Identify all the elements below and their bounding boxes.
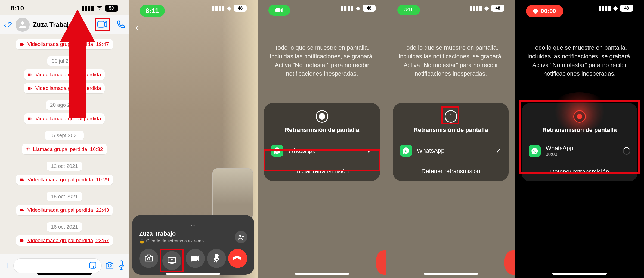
signal-icon: ▮▮▮▮ (598, 5, 611, 12)
battery-badge: 48 (363, 5, 376, 12)
app-row-whatsapp[interactable]: WhatsApp ✓ (393, 140, 509, 162)
avatar[interactable] (16, 18, 30, 32)
broadcast-sheet: Retransmisión de pantalla WhatsApp ✓ Ini… (264, 103, 380, 181)
chat-body[interactable]: ■‹Videollamada grupal perdida, 19:47 30 … (0, 35, 129, 254)
phone-3-broadcast-start: ▮▮▮▮◆ 48 Todo lo que se muestre en panta… (258, 0, 386, 278)
status-indicators: ▮▮▮▮◆ 48 (469, 5, 504, 12)
flip-camera-button[interactable] (139, 249, 158, 268)
signal-icon: ▮▮▮▮ (81, 5, 94, 12)
wifi-icon: ◆ (356, 5, 360, 12)
stop-broadcast-button[interactable]: Detener retransmisión (522, 162, 637, 181)
missed-video-call-bubble[interactable]: ■‹Videollamada grupal perdida (24, 70, 105, 80)
chat-header: ‹ 2 Zuza Trabajo (0, 15, 129, 34)
app-name: WhatsApp (546, 145, 623, 152)
home-indicator[interactable] (37, 273, 92, 275)
broadcast-warning: Todo lo que se muestre en pantalla, incl… (268, 43, 376, 78)
attach-button[interactable]: + (4, 260, 10, 272)
date-separator: 30 jul 2021 (47, 56, 81, 66)
wifi-icon: ◆ (227, 5, 231, 12)
chevron-up-icon[interactable]: ︿ (190, 220, 196, 229)
whatsapp-icon (529, 145, 541, 157)
camera-button[interactable] (105, 261, 114, 270)
missed-video-call-bubble[interactable]: ■‹Videollamada grupal perdida (24, 113, 105, 124)
missed-video-call-bubble[interactable]: ■‹Videollamada grupal perdida (24, 83, 105, 93)
video-icon: ■‹ (20, 41, 25, 47)
screen-share-button[interactable] (162, 251, 181, 270)
missed-video-call-bubble[interactable]: ■‹Videollamada grupal perdida, 19:47 (16, 39, 113, 49)
home-indicator[interactable] (552, 273, 607, 275)
sticker-icon[interactable] (89, 261, 97, 270)
home-indicator[interactable] (166, 273, 220, 275)
add-participant-button[interactable] (235, 231, 247, 243)
end-call-button[interactable] (228, 249, 247, 268)
video-call-button[interactable] (97, 24, 108, 29)
countdown-icon: 1 (445, 110, 457, 123)
status-indicators: ▮▮▮▮ 50 (81, 5, 118, 12)
clock: 8:10 (11, 4, 24, 12)
home-indicator[interactable] (295, 273, 349, 275)
battery-badge: 48 (620, 5, 633, 12)
end-call-partial[interactable] (376, 250, 386, 275)
status-bar: 8:10 ▮▮▮▮ 50 (0, 0, 129, 16)
call-info: Zuza Trabajo 🔒Cifrado de extremo a extre… (139, 230, 247, 244)
svg-point-2 (108, 264, 111, 267)
broadcast-sheet: Retransmisión de pantalla WhatsApp 00:00… (522, 103, 637, 181)
date-separator: 15 oct 2021 (47, 192, 82, 201)
check-icon: ✓ (496, 147, 501, 155)
missed-video-call-bubble[interactable]: ■‹Videollamada grupal perdida, 22:43 (16, 205, 113, 215)
date-separator: 20 ago 2021 (46, 100, 83, 110)
phone-icon: ✆ (26, 146, 30, 152)
call-controls-bar: ︿ Zuza Trabajo 🔒Cifrado de extremo a ext… (132, 215, 255, 275)
end-call-partial[interactable] (504, 250, 515, 275)
back-button[interactable]: ‹ (135, 21, 139, 33)
phone-4-broadcast-countdown: ▮▮▮▮◆ 48 8:11 Todo lo que se muestre en … (386, 0, 515, 278)
stop-broadcast-button[interactable]: Detener retransmisión (393, 162, 509, 181)
svg-point-5 (239, 235, 242, 237)
sheet-title: Retransmisión de pantalla (285, 127, 359, 134)
battery-badge: 50 (105, 5, 118, 12)
signal-icon: ▮▮▮▮ (340, 5, 354, 12)
battery-badge: 48 (491, 5, 504, 12)
contact-name[interactable]: Zuza Trabajo (33, 21, 95, 29)
app-row-whatsapp[interactable]: WhatsApp ✓ (264, 140, 380, 162)
encryption-label: 🔒Cifrado de extremo a extremo (139, 238, 235, 244)
video-icon: ■‹ (20, 238, 25, 244)
record-glow (550, 92, 609, 130)
broadcast-warning: Todo lo que se muestre en pantalla, incl… (397, 43, 504, 78)
date-separator: 16 oct 2021 (47, 222, 82, 232)
app-row-whatsapp[interactable]: WhatsApp 00:00 (522, 140, 637, 162)
status-bar: ▮▮▮▮◆ 48 (386, 0, 515, 16)
broadcast-sheet: 1 Retransmisión de pantalla WhatsApp ✓ D… (393, 103, 509, 181)
annotation-box-screenshare (160, 249, 184, 272)
call-buttons (139, 249, 247, 272)
app-name: WhatsApp (288, 147, 367, 154)
signal-icon: ▮▮▮▮ (469, 5, 482, 12)
home-indicator[interactable] (424, 273, 478, 275)
mic-button[interactable] (117, 260, 125, 271)
message-input[interactable] (13, 258, 101, 273)
back-button[interactable]: ‹ 2 (4, 20, 12, 29)
record-icon (316, 110, 328, 123)
start-broadcast-button[interactable]: Iniciar retransmisión (264, 162, 380, 181)
toggle-camera-button[interactable] (186, 249, 205, 268)
self-video-thumbnail[interactable] (212, 168, 253, 220)
annotation-box-videocall (95, 18, 110, 31)
video-icon: ■‹ (28, 72, 33, 78)
chevron-left-icon: ‹ (4, 20, 7, 29)
toggle-mic-button[interactable] (207, 249, 226, 268)
voice-call-button[interactable] (116, 20, 125, 30)
missed-audio-call-bubble[interactable]: ✆Llamada grupal perdida, 16:32 (22, 144, 107, 154)
phone-5-broadcast-live: ▮▮▮▮◆ 48 00:00 Todo lo que se muestre en… (515, 0, 644, 278)
phone-2-video-call: ▮▮▮▮ ◆ 48 8:11 ‹ ︿ Zuza Trabajo 🔒Cifrado… (129, 0, 258, 278)
spinner-icon (623, 147, 630, 155)
video-icon: ■‹ (28, 85, 33, 91)
video-icon: ■‹ (20, 177, 25, 183)
elapsed-time: 00:00 (546, 152, 623, 157)
missed-video-call-bubble[interactable]: ■‹Videollamada grupal perdida, 10:29 (16, 175, 113, 185)
check-icon: ✓ (367, 147, 373, 155)
svg-rect-1 (89, 262, 96, 268)
broadcast-warning: Todo lo que se muestre en pantalla, incl… (526, 43, 633, 78)
app-name: WhatsApp (417, 147, 496, 154)
signal-icon: ▮▮▮▮ (212, 5, 225, 12)
missed-video-call-bubble[interactable]: ■‹Videollamada grupal perdida, 23:57 (16, 235, 113, 246)
